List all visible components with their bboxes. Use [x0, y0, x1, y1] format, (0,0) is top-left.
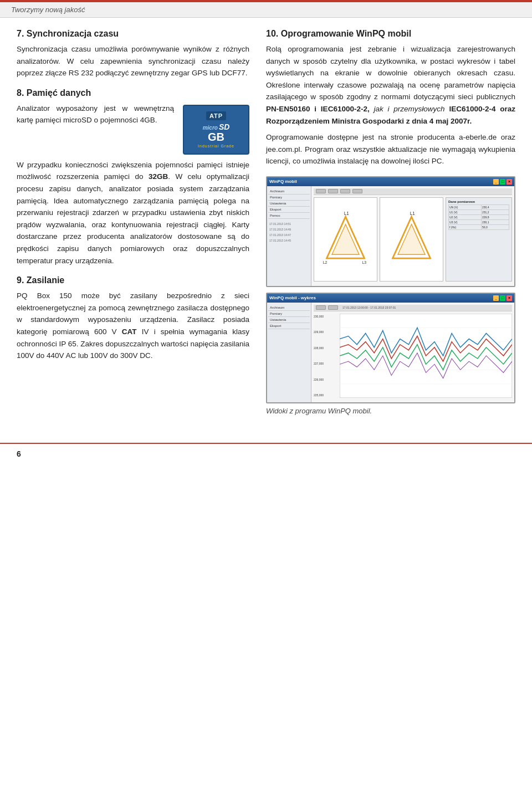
- screen-1-title: WinPQ mobil: [269, 179, 493, 184]
- page-content: 7. Synchronizacja czasu Synchronizacja c…: [0, 18, 532, 437]
- screen-2-sidebar: Archiwum Pomiary Ustawienia Eksport: [267, 303, 311, 402]
- minimize-btn[interactable]: _: [493, 179, 499, 185]
- winpq-screen-1: WinPQ mobil _ □ × Archiwum Pomiary Ustaw…: [266, 176, 515, 287]
- toolbar-btn-4[interactable]: [352, 189, 362, 193]
- maximize-btn-2[interactable]: □: [500, 295, 505, 301]
- screen-1-body: Archiwum Pomiary Ustawienia Eksport Pomo…: [267, 186, 514, 286]
- chart-container-2: 230,000 229,000 228,000 227,000 226,000 …: [314, 314, 512, 398]
- screen-2-title: WinPQ mobil - wykres: [269, 295, 493, 300]
- close-btn-2[interactable]: ×: [507, 295, 512, 301]
- screen2-sidebar-item-4: Eksport: [268, 323, 310, 329]
- y-label-5: 226,000: [314, 378, 339, 381]
- y-label-6: 225,000: [314, 393, 339, 397]
- section-8-heading: 8. Pamięć danych: [17, 88, 249, 98]
- y-label-2: 229,000: [314, 330, 339, 334]
- section-8: 8. Pamięć danych Analizator wyposażony j…: [17, 88, 249, 267]
- data-table: Dane pomiarowe UN (V)230,4 U1 (V)231,2 U…: [446, 197, 512, 282]
- micro-text: micro: [203, 125, 218, 131]
- page-footer: 6: [0, 443, 532, 464]
- sidebar-item-ustawienia: Ustawienia: [268, 201, 310, 207]
- section-10-para2: Oprogramowanie dostępne jest na stronie …: [266, 131, 515, 167]
- sidebar-item-pomiary: Pomiary: [268, 195, 310, 201]
- screen-2-body: Archiwum Pomiary Ustawienia Eksport 17.0…: [267, 303, 514, 402]
- screen-2-toolbar: 17.01.2013 12:00:00 - 17.01.2013 23:07:0…: [314, 305, 512, 311]
- toolbar2-btn-1[interactable]: [316, 305, 326, 310]
- minimize-btn-2[interactable]: _: [493, 295, 499, 301]
- svg-text:L3: L3: [362, 260, 366, 264]
- screen2-sidebar-item-2: Pomiary: [268, 311, 310, 317]
- section-10-heading: 10. Oprogramowanie WinPQ mobil: [266, 29, 515, 39]
- screen-caption: Widoki z programu WinPQ mobil.: [266, 406, 515, 417]
- chart-area-1: L1 L2 L3 L1: [314, 197, 512, 282]
- chart-panel-1: L1 L2 L3: [314, 197, 377, 282]
- section-9-heading: 9. Zasilanie: [17, 275, 249, 285]
- memory-card-section: Analizator wyposażony jest w wewnętrzną …: [17, 103, 249, 155]
- section-7-heading: 7. Synchronizacja czasu: [17, 29, 249, 39]
- chart-plot-area: [340, 314, 512, 398]
- gb-label: GB: [208, 131, 224, 142]
- sidebar-item-archiwum: Archiwum: [268, 188, 310, 195]
- sd-text: SD: [219, 122, 229, 131]
- screen-1-titlebar: WinPQ mobil _ □ ×: [267, 177, 514, 186]
- screen-2-titlebar: WinPQ mobil - wykres _ □ ×: [267, 294, 514, 303]
- y-label-3: 228,000: [314, 346, 339, 350]
- y-axis-labels: 230,000 229,000 228,000 227,000 226,000 …: [314, 314, 339, 398]
- y-label-1: 230,000: [314, 315, 339, 318]
- industrial-label: Industrial Grade: [198, 144, 234, 148]
- screen-2-main: 17.01.2013 12:00:00 - 17.01.2013 23:07:0…: [311, 303, 514, 402]
- chart-panel-2: L1: [380, 197, 443, 282]
- atp-label: ATP: [206, 111, 226, 120]
- header-strip: Tworzymy nową jakość: [0, 2, 532, 18]
- toolbar2-btn-2[interactable]: [328, 305, 338, 310]
- screen-1-main: L1 L2 L3 L1: [311, 186, 514, 286]
- page-number: 6: [17, 449, 21, 458]
- winpq-screen-2: WinPQ mobil - wykres _ □ × Archiwum Pomi…: [266, 293, 515, 403]
- section-7-text: Synchronizacja czasu umożliwia porównywa…: [17, 43, 249, 79]
- screen-2-buttons: _ □ ×: [493, 295, 512, 301]
- screen-1-buttons: _ □ ×: [493, 179, 512, 185]
- toolbar-btn-2[interactable]: [328, 189, 338, 193]
- close-btn[interactable]: ×: [507, 179, 512, 185]
- right-column: 10. Oprogramowanie WinPQ mobil Rolą opro…: [266, 29, 515, 426]
- y-label-4: 227,000: [314, 362, 339, 365]
- screen2-sidebar-item-1: Archiwum: [268, 305, 310, 311]
- memory-card-text: Analizator wyposażony jest w wewnętrzną …: [17, 103, 174, 131]
- maximize-btn[interactable]: □: [500, 179, 505, 185]
- left-column: 7. Synchronizacja czasu Synchronizacja c…: [17, 29, 249, 426]
- memory-card-image: ATP micro SD GB Industrial Grade: [183, 105, 249, 155]
- sidebar-item-pomoc: Pomoc: [268, 213, 310, 219]
- svg-text:L2: L2: [323, 260, 328, 264]
- toolbar-btn-3[interactable]: [340, 189, 350, 193]
- section-9: 9. Zasilanie PQ Box 150 może być zasilan…: [17, 275, 249, 362]
- svg-text:L1: L1: [410, 211, 416, 216]
- toolbar-btn-1[interactable]: [316, 189, 326, 193]
- sidebar-item-eksport: Eksport: [268, 207, 310, 213]
- section-8-text-before: Analizator wyposażony jest w wewnętrzną …: [17, 103, 174, 126]
- screen-1-toolbar: [314, 188, 512, 195]
- section-10: 10. Oprogramowanie WinPQ mobil Rolą opro…: [266, 29, 515, 167]
- section-9-text: PQ Box 150 może być zasilany bezpośredni…: [17, 290, 249, 362]
- header-tagline: Tworzymy nową jakość: [11, 6, 85, 14]
- section-7: 7. Synchronizacja czasu Synchronizacja c…: [17, 29, 249, 79]
- svg-text:L1: L1: [344, 211, 350, 216]
- toolbar2-date: 17.01.2013 12:00:00 - 17.01.2013 23:07:0…: [342, 306, 396, 309]
- section-10-para1: Rolą oprogramowania jest zebranie i wizu…: [266, 43, 515, 127]
- section-8-text-after: W przypadku konieczności zwiększenia poj…: [17, 159, 249, 267]
- screen2-sidebar-item-3: Ustawienia: [268, 317, 310, 323]
- screen-1-sidebar: Archiwum Pomiary Ustawienia Eksport Pomo…: [267, 186, 311, 286]
